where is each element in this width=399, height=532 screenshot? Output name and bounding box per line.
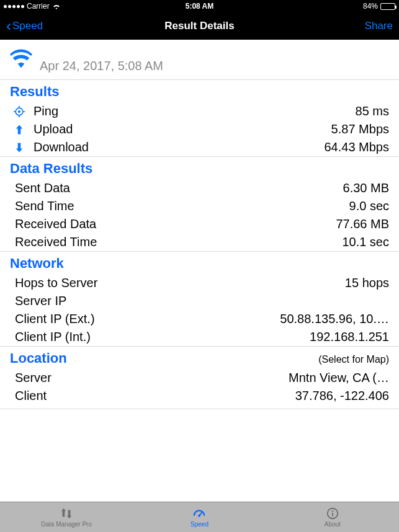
row-download: Download 64.43 Mbps — [0, 138, 399, 156]
section-results-header: Results — [0, 79, 399, 102]
download-value: 64.43 Mbps — [324, 140, 389, 154]
upload-label: Upload — [34, 122, 73, 136]
wifi-icon — [10, 48, 32, 73]
carrier-label: Carrier — [27, 2, 50, 11]
server-ip-label: Server IP — [15, 294, 66, 308]
info-icon — [325, 507, 341, 520]
tab-data-manager-pro[interactable]: Data Manager Pro — [0, 502, 133, 532]
status-bar: Carrier 5:08 AM 84% — [0, 0, 399, 12]
tab-bar: Data Manager Pro Speed About — [0, 502, 399, 532]
signal-icon — [4, 5, 24, 8]
sent-data-label: Sent Data — [15, 181, 70, 195]
row-upload: Upload 5.87 Mbps — [0, 120, 399, 138]
row-client-ip-ext: Client IP (Ext.) 50.88.135.96, 10.… — [0, 310, 399, 328]
row-client-loc[interactable]: Client 37.786, -122.406 — [0, 387, 399, 405]
upload-arrow-icon — [11, 123, 27, 136]
back-label: Speed — [12, 20, 43, 32]
row-client-ip-int: Client IP (Int.) 192.168.1.251 — [0, 328, 399, 346]
battery-icon — [380, 3, 395, 10]
received-data-value: 77.66 MB — [336, 217, 389, 231]
client-ip-ext-value: 50.88.135.96, 10.… — [280, 312, 389, 326]
download-arrow-icon — [11, 141, 27, 154]
nav-bar: ‹ Speed Result Details Share — [0, 12, 399, 40]
send-time-value: 9.0 sec — [349, 199, 389, 213]
divider — [0, 409, 399, 409]
row-sent-data: Sent Data 6.30 MB — [0, 179, 399, 197]
chevron-left-icon: ‹ — [6, 19, 11, 33]
tab-speed[interactable]: Speed — [133, 502, 266, 532]
row-send-time: Send Time 9.0 sec — [0, 197, 399, 215]
battery-percent: 84% — [363, 2, 378, 11]
timestamp: Apr 24, 2017, 5:08 AM — [40, 59, 163, 73]
download-label: Download — [34, 140, 89, 154]
client-loc-value: 37.786, -122.406 — [295, 389, 389, 403]
back-button[interactable]: ‹ Speed — [6, 19, 43, 33]
status-time: 5:08 AM — [186, 2, 214, 11]
row-received-time: Received Time 10.1 sec — [0, 233, 399, 251]
svg-point-1 — [18, 110, 20, 112]
tab-label: Data Manager Pro — [41, 521, 92, 528]
up-down-arrows-icon — [58, 507, 74, 520]
svg-rect-6 — [332, 513, 333, 516]
svg-line-3 — [199, 512, 202, 516]
location-title: Location — [10, 350, 67, 366]
content: Apr 24, 2017, 5:08 AM Results Ping 85 ms… — [0, 40, 399, 502]
row-server-ip: Server IP — [0, 292, 399, 310]
send-time-label: Send Time — [15, 199, 74, 213]
received-data-label: Received Data — [15, 217, 96, 231]
server-loc-label: Server — [15, 371, 52, 385]
tab-label: Speed — [191, 521, 208, 528]
ping-label: Ping — [34, 104, 58, 118]
ping-value: 85 ms — [356, 104, 389, 118]
status-left: Carrier — [4, 2, 61, 11]
section-data-results-header: Data Results — [0, 156, 399, 179]
received-time-value: 10.1 sec — [342, 235, 389, 249]
result-header: Apr 24, 2017, 5:08 AM — [0, 40, 399, 79]
section-location-header: Location (Select for Map) — [0, 346, 399, 369]
status-right: 84% — [363, 2, 395, 11]
target-icon — [11, 105, 27, 118]
sent-data-value: 6.30 MB — [343, 181, 389, 195]
hops-value: 15 hops — [345, 276, 389, 290]
share-button[interactable]: Share — [365, 20, 393, 32]
wifi-status-icon — [52, 3, 61, 9]
section-network-header: Network — [0, 251, 399, 274]
row-server-loc[interactable]: Server Mntn View, CA (… — [0, 369, 399, 387]
svg-point-5 — [332, 510, 333, 512]
server-loc-value: Mntn View, CA (… — [289, 371, 389, 385]
location-hint: (Select for Map) — [318, 354, 389, 365]
tab-about[interactable]: About — [266, 502, 399, 532]
hops-label: Hops to Server — [15, 276, 97, 290]
row-received-data: Received Data 77.66 MB — [0, 215, 399, 233]
client-loc-label: Client — [15, 389, 47, 403]
row-ping: Ping 85 ms — [0, 102, 399, 120]
client-ip-int-value: 192.168.1.251 — [310, 330, 389, 344]
gauge-icon — [191, 507, 207, 520]
client-ip-int-label: Client IP (Int.) — [15, 330, 91, 344]
page-title: Result Details — [164, 20, 234, 32]
upload-value: 5.87 Mbps — [331, 122, 389, 136]
row-hops: Hops to Server 15 hops — [0, 274, 399, 292]
tab-label: About — [325, 521, 341, 528]
received-time-label: Received Time — [15, 235, 97, 249]
client-ip-ext-label: Client IP (Ext.) — [15, 312, 95, 326]
